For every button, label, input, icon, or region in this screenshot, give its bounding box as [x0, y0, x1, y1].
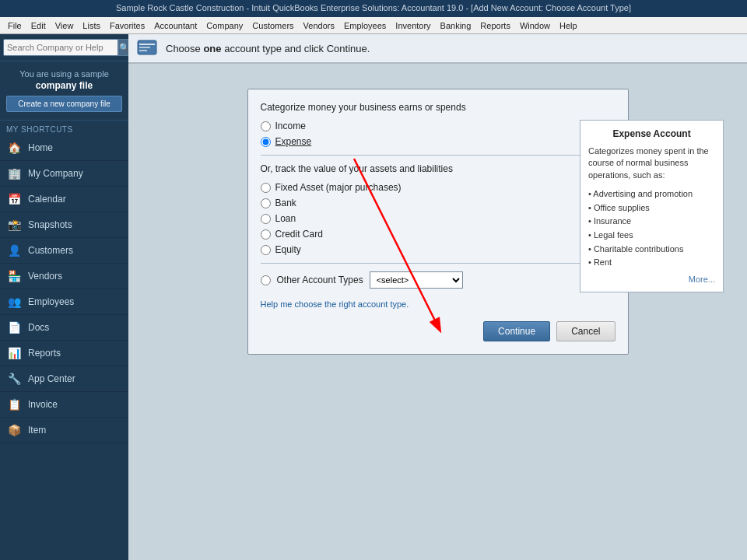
sidebar-item-customers[interactable]: 👤 Customers [0, 238, 128, 264]
sidebar-item-item[interactable]: 📦 Item [0, 418, 128, 443]
menu-reports[interactable]: Reports [475, 19, 515, 32]
snapshots-icon: 📸 [6, 217, 22, 233]
sidebar-item-invoice[interactable]: 📋 Invoice [0, 392, 128, 418]
cancel-button[interactable]: Cancel [556, 321, 615, 341]
toolbar-instruction: Choose one account type and click Contin… [166, 43, 370, 54]
company-icon: 🏢 [6, 166, 22, 181]
radio-bank[interactable] [261, 198, 271, 208]
divider2 [261, 263, 615, 264]
menu-edit[interactable]: Edit [26, 19, 51, 32]
list-item: Legal fees [588, 229, 715, 243]
menu-help[interactable]: Help [555, 19, 582, 32]
sidebar-item-label: App Center [28, 373, 75, 384]
sidebar-item-reports[interactable]: 📊 Reports [0, 341, 128, 366]
radio-loan-label: Loan [275, 213, 296, 224]
menu-favorites[interactable]: Favorites [105, 19, 149, 32]
reports-icon: 📊 [6, 345, 22, 361]
radio-equity[interactable] [261, 245, 271, 255]
radio-fixed-asset[interactable] [261, 183, 271, 193]
radio-equity-group: Equity [261, 244, 615, 255]
sidebar-item-label: Snapshots [28, 219, 72, 230]
sidebar-item-label: Reports [28, 348, 61, 359]
company-info: You are using a sample company file Crea… [0, 61, 128, 121]
radio-income-label: Income [275, 121, 306, 131]
sidebar-item-label: Customers [28, 245, 73, 256]
desc-panel-list: Advertising and promotion Office supplie… [588, 187, 715, 270]
main-layout: 🔍 ◀ You are using a sample company file … [0, 34, 747, 560]
menu-accountant[interactable]: Accountant [149, 19, 202, 32]
radio-other[interactable] [261, 275, 271, 285]
help-link[interactable]: Help me choose the right account type. [261, 299, 615, 309]
menu-lists[interactable]: Lists [78, 19, 105, 32]
other-account-select[interactable]: <select> [370, 271, 463, 289]
account-icon-svg [136, 37, 158, 59]
radio-fixed-asset-group: Fixed Asset (major purchases) [261, 182, 615, 193]
customers-icon: 👤 [6, 243, 22, 258]
menu-inventory[interactable]: Inventory [391, 19, 435, 32]
home-icon: 🏠 [6, 140, 22, 156]
menu-view[interactable]: View [51, 19, 79, 32]
radio-expense[interactable] [261, 137, 271, 147]
more-link[interactable]: More... [588, 275, 715, 284]
radio-credit-card-group: Credit Card [261, 229, 615, 240]
radio-expense-label: Expense [275, 136, 312, 147]
menu-customers[interactable]: Customers [247, 19, 298, 32]
sidebar-item-label: Vendors [28, 271, 62, 282]
menu-employees[interactable]: Employees [339, 19, 391, 32]
title-bar: Sample Rock Castle Construction - Intuit… [0, 0, 747, 17]
radio-credit-card[interactable] [261, 229, 271, 240]
sidebar-item-app-center[interactable]: 🔧 App Center [0, 366, 128, 392]
app-center-icon: 🔧 [6, 371, 22, 387]
menu-window[interactable]: Window [515, 19, 555, 32]
list-item: Advertising and promotion [588, 187, 715, 201]
list-item: Insurance [588, 215, 715, 229]
desc-panel-title: Expense Account [588, 128, 715, 139]
list-item: Rent [588, 256, 715, 270]
radio-loan[interactable] [261, 214, 271, 224]
docs-icon: 📄 [6, 320, 22, 335]
dialog-overlay: Categorize money your business earns or … [136, 73, 739, 552]
dialog: Categorize money your business earns or … [247, 89, 629, 355]
dialog-buttons: Continue Cancel [261, 321, 615, 341]
other-account-label: Other Account Types [277, 275, 363, 285]
menu-banking[interactable]: Banking [436, 19, 476, 32]
svg-rect-2 [139, 47, 150, 48]
sidebar-item-calendar[interactable]: 📅 Calendar [0, 187, 128, 212]
menu-vendors[interactable]: Vendors [299, 19, 339, 32]
radio-income-group: Income [261, 121, 615, 131]
sidebar-item-label: Item [28, 425, 46, 436]
radio-income[interactable] [261, 121, 271, 131]
calendar-icon: 📅 [6, 191, 22, 207]
sidebar-item-vendors[interactable]: 🏪 Vendors [0, 264, 128, 289]
continue-button[interactable]: Continue [483, 321, 550, 341]
toolbar: Choose one account type and click Contin… [128, 34, 747, 64]
item-icon: 📦 [6, 422, 22, 438]
menu-company[interactable]: Company [202, 19, 247, 32]
employees-icon: 👥 [6, 294, 22, 310]
radio-loan-group: Loan [261, 213, 615, 224]
svg-rect-1 [139, 44, 155, 45]
search-input[interactable] [3, 39, 118, 56]
sidebar-item-docs[interactable]: 📄 Docs [0, 315, 128, 341]
section1-label: Categorize money your business earns or … [261, 102, 615, 113]
radio-bank-label: Bank [275, 198, 296, 208]
create-company-button[interactable]: Create a new company file [6, 96, 122, 112]
title-text: Sample Rock Castle Construction - Intuit… [116, 3, 631, 12]
sidebar-item-snapshots[interactable]: 📸 Snapshots [0, 212, 128, 238]
other-account-row: Other Account Types <select> [261, 271, 615, 289]
search-button[interactable]: 🔍 [118, 39, 128, 56]
account-icon [135, 36, 160, 61]
sidebar-item-label: Employees [28, 296, 74, 307]
description-panel: Expense Account Categorizes money spent … [580, 120, 724, 292]
sidebar-item-label: Invoice [28, 399, 58, 410]
menu-file[interactable]: File [3, 19, 26, 32]
section2-label: Or, track the value of your assets and l… [261, 163, 615, 174]
radio-bank-group: Bank [261, 198, 615, 208]
radio-equity-label: Equity [275, 244, 301, 255]
radio-expense-group: Expense [261, 136, 615, 147]
sidebar-item-home[interactable]: 🏠 Home [0, 135, 128, 161]
divider [261, 155, 615, 156]
vendors-icon: 🏪 [6, 268, 22, 284]
sidebar-item-my-company[interactable]: 🏢 My Company [0, 161, 128, 187]
sidebar-item-employees[interactable]: 👥 Employees [0, 289, 128, 315]
